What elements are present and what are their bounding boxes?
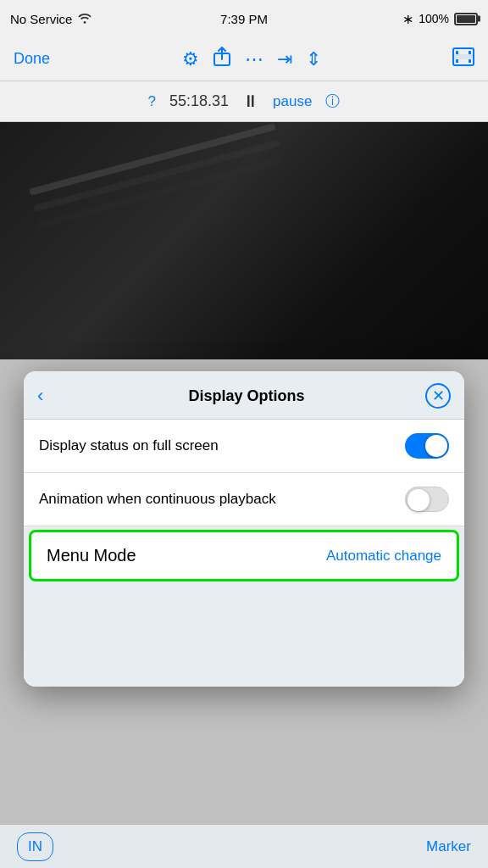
modal-spacer xyxy=(24,585,464,687)
status-left: No Service xyxy=(10,12,92,26)
modal-title: Display Options xyxy=(68,387,425,405)
filmstrip-icon[interactable] xyxy=(452,47,474,71)
toolbar-left: Done xyxy=(14,50,50,68)
svg-rect-5 xyxy=(469,51,471,54)
menu-mode-label: Menu Mode xyxy=(47,546,136,565)
gear-icon[interactable]: ⚙ xyxy=(182,48,199,70)
pause-button[interactable]: pause xyxy=(273,93,312,110)
svg-rect-4 xyxy=(456,59,458,63)
status-right: ∗ 100% xyxy=(402,11,478,27)
menu-mode-value: Automatic change xyxy=(326,548,441,565)
svg-rect-3 xyxy=(456,51,458,54)
animation-playback-row: Animation when continuous playback xyxy=(24,473,464,526)
animation-playback-toggle[interactable] xyxy=(405,487,449,512)
display-status-label: Display status on full screen xyxy=(39,437,219,454)
dots-circle-icon[interactable]: ⋯ xyxy=(245,48,263,70)
battery-percent: 100% xyxy=(419,12,449,25)
menu-mode-row[interactable]: Menu Mode Automatic change xyxy=(29,530,459,581)
toggle-thumb-2 xyxy=(408,489,430,511)
modal-close-button[interactable]: ✕ xyxy=(425,383,451,409)
info-button[interactable]: ⓘ xyxy=(325,92,340,111)
share-icon[interactable] xyxy=(213,47,231,72)
main-toolbar: Done ⚙ ⋯ ⇥ ⇕ xyxy=(0,37,488,81)
svg-rect-6 xyxy=(469,59,471,63)
modal-back-button[interactable]: ‹ xyxy=(37,385,68,407)
toolbar-center: ⚙ ⋯ ⇥ ⇕ xyxy=(182,47,321,72)
svg-rect-7 xyxy=(453,54,474,59)
done-button[interactable]: Done xyxy=(14,50,50,68)
display-options-modal: ‹ Display Options ✕ Display status on fu… xyxy=(24,371,464,687)
animation-playback-label: Animation when continuous playback xyxy=(39,491,276,508)
pause-icon[interactable]: ⏸ xyxy=(242,92,259,111)
modal-overlay: ‹ Display Options ✕ Display status on fu… xyxy=(0,122,488,868)
toggle-thumb-1 xyxy=(425,435,447,457)
bluetooth-icon: ∗ xyxy=(402,11,413,27)
status-bar: No Service 7:39 PM ∗ 100% xyxy=(0,0,488,37)
display-status-row: Display status on full screen xyxy=(24,420,464,473)
arrow-expand-icon[interactable]: ⇕ xyxy=(306,48,321,70)
modal-body: Display status on full screen Animation … xyxy=(24,420,464,687)
timecode-display: 55:18.31 xyxy=(169,92,229,110)
sub-toolbar: ? 55:18.31 ⏸ pause ⓘ xyxy=(0,81,488,122)
content-area: IN Marker ‹ Display Options ✕ Display st… xyxy=(0,122,488,868)
toolbar-right xyxy=(452,47,474,71)
status-time: 7:39 PM xyxy=(220,12,268,26)
wifi-icon xyxy=(77,12,92,26)
modal-header: ‹ Display Options ✕ xyxy=(24,371,464,420)
display-status-toggle[interactable] xyxy=(405,433,449,459)
carrier-text: No Service xyxy=(10,12,72,26)
battery-indicator xyxy=(454,13,478,25)
close-icon: ✕ xyxy=(432,387,445,405)
help-button[interactable]: ? xyxy=(148,93,156,110)
arrow-forward-icon[interactable]: ⇥ xyxy=(277,48,292,70)
